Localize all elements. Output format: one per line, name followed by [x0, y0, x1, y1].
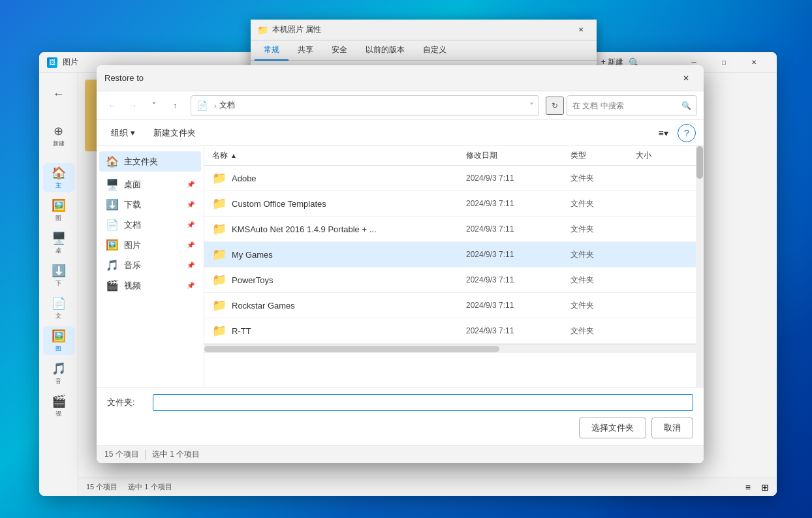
file-type-text: 文件夹 [570, 300, 636, 311]
photos-nav-albums[interactable]: 🖼️ 图 [43, 196, 74, 224]
table-row[interactable]: 📁 Adobe 2024/9/3 7:11 文件夹 [204, 166, 696, 191]
sidebar-item-home[interactable]: 🏠 主文件夹 [99, 151, 201, 172]
photos-maximize-button[interactable]: □ [709, 52, 739, 73]
column-header-name[interactable]: 名称 ▲ [212, 150, 466, 161]
status-items-count: 15 个项目 [104, 449, 139, 460]
file-name-text: My Games [232, 250, 466, 260]
cancel-button[interactable]: 取消 [651, 418, 693, 438]
folder-icon: 📁 [212, 298, 226, 312]
photos-large-view-button[interactable]: ⊞ [761, 482, 769, 493]
new-folder-button[interactable]: 新建文件夹 [146, 125, 204, 142]
nav-up-button[interactable]: ↑ [166, 97, 184, 115]
address-dropdown-arrow[interactable]: ˅ [530, 102, 533, 109]
help-button[interactable]: ? [678, 124, 696, 142]
horizontal-scrollbar[interactable] [204, 344, 696, 353]
properties-title-text: 本机照片 属性 [272, 24, 572, 35]
sort-arrow-icon: ▲ [230, 152, 237, 159]
restore-dialog-title: Restore to [104, 73, 676, 83]
sidebar-music-label: 音乐 [124, 260, 181, 271]
photos-nav-downloads[interactable]: ⬇️ 下 [43, 261, 74, 290]
footer-buttons: 选择文件夹 取消 [107, 418, 693, 438]
nav-back-button[interactable]: ← [103, 97, 121, 115]
sidebar-item-documents[interactable]: 📄 文档 📌 [99, 215, 201, 235]
folder-icon: 📁 [212, 196, 226, 211]
properties-close-button[interactable]: ✕ [572, 21, 590, 39]
desktop-icon: 🖥️ [106, 178, 119, 190]
organize-button[interactable]: 组织 ▾ [104, 125, 142, 142]
file-date-text: 2024/9/3 7:11 [466, 326, 570, 335]
videos-icon: 🎬 [106, 279, 119, 292]
file-name-text: Rockstar Games [232, 301, 466, 311]
dialog-footer: 文件夹: 选择文件夹 取消 [97, 387, 704, 445]
photos-nav-pictures[interactable]: 🖼️ 图 [43, 326, 74, 355]
folder-icon: 📁 [212, 222, 226, 236]
photos-nav-desktop[interactable]: 🖥️ 桌 [43, 228, 74, 257]
photos-status-total: 15 个项目 [86, 482, 117, 492]
videos-pin-icon: 📌 [187, 282, 195, 289]
column-header-size[interactable]: 大小 [636, 150, 688, 161]
folder-icon: 📁 [212, 247, 226, 262]
music-pin-icon: 📌 [187, 262, 195, 269]
nav-refresh-button[interactable]: ↻ [546, 97, 564, 115]
address-bar[interactable]: 📄 › 文档 ˅ [191, 95, 539, 116]
view-mode-icon: ≡ [658, 128, 663, 138]
table-row[interactable]: 📁 Custom Office Templates 2024/9/3 7:11 … [204, 191, 696, 217]
status-bar: 15 个项目 | 选中 1 个项目 [97, 445, 704, 463]
column-header-type[interactable]: 类型 [570, 150, 636, 161]
file-name-text: PowerToys [232, 275, 466, 285]
table-row[interactable]: 📁 My Games 2024/9/3 7:11 文件夹 [204, 242, 696, 267]
sidebar-documents-label: 文档 [124, 219, 181, 231]
photos-nav-documents[interactable]: 📄 文 [43, 294, 74, 322]
documents-icon: 📄 [106, 219, 119, 231]
table-row[interactable]: 📁 R-TT 2024/9/3 7:11 文件夹 [204, 318, 696, 344]
column-header-date[interactable]: 修改日期 [466, 150, 570, 161]
folder-path-row: 文件夹: [107, 394, 693, 411]
photos-status-selected: 选中 1 个项目 [128, 482, 172, 492]
file-date-text: 2024/9/3 7:11 [466, 301, 570, 310]
dialog-content: 🏠 主文件夹 🖥️ 桌面 📌 ⬇️ 下载 📌 📄 文档 📌 🖼️ 图 [97, 146, 704, 387]
photos-nav-add[interactable]: ⊕ 新建 [43, 121, 74, 150]
properties-tab-security[interactable]: 安全 [322, 40, 356, 61]
view-mode-button[interactable]: ≡ ▾ [653, 123, 674, 144]
address-path-text: 文档 [219, 100, 530, 111]
nav-forward-button[interactable]: → [124, 97, 142, 115]
file-date-text: 2024/9/3 7:11 [466, 199, 570, 208]
restore-dialog-close-button[interactable]: ✕ [676, 69, 696, 88]
photos-close-button[interactable]: ✕ [739, 52, 769, 73]
properties-tab-share[interactable]: 共享 [289, 40, 322, 61]
address-separator: › [214, 102, 217, 110]
photos-grid-view-button[interactable]: ≡ [745, 482, 751, 493]
file-name-text: R-TT [232, 326, 466, 336]
photos-nav-back[interactable]: ← [43, 80, 74, 108]
folder-icon: 📁 [212, 273, 226, 287]
sidebar-item-pictures[interactable]: 🖼️ 图片 📌 [99, 235, 201, 255]
select-folder-button[interactable]: 选择文件夹 [579, 418, 646, 438]
properties-tab-previous[interactable]: 以前的版本 [356, 40, 414, 61]
search-input[interactable] [572, 101, 681, 110]
photos-nav-music[interactable]: 🎵 音 [43, 359, 74, 388]
sidebar-item-videos[interactable]: 🎬 视频 📌 [99, 275, 201, 296]
table-row[interactable]: 📁 Rockstar Games 2024/9/3 7:11 文件夹 [204, 293, 696, 318]
table-row[interactable]: 📁 PowerToys 2024/9/3 7:11 文件夹 [204, 267, 696, 293]
restore-dialog-nav-toolbar: ← → ˅ ↑ 📄 › 文档 ˅ ↻ 🔍 [97, 91, 704, 120]
file-type-text: 文件夹 [570, 326, 636, 337]
photos-nav-home[interactable]: 🏠 主 [43, 163, 74, 192]
music-icon: 🎵 [106, 259, 119, 271]
vertical-scrollbar[interactable] [696, 146, 704, 387]
file-date-text: 2024/9/3 7:11 [466, 224, 570, 234]
action-toolbar: 组织 ▾ 新建文件夹 ≡ ▾ ? [97, 120, 704, 146]
search-icon[interactable]: 🔍 [681, 101, 691, 110]
view-mode-arrow: ▾ [664, 128, 668, 138]
sidebar-item-downloads[interactable]: ⬇️ 下载 📌 [99, 194, 201, 215]
properties-tab-custom[interactable]: 自定义 [414, 40, 456, 61]
folder-path-input[interactable] [153, 394, 693, 411]
properties-tab-general[interactable]: 常规 [255, 40, 289, 61]
file-list: 名称 ▲ 修改日期 类型 大小 📁 Adobe 2024/9/3 7:11 文件… [204, 146, 696, 387]
nav-dropdown-button[interactable]: ˅ [145, 97, 163, 115]
file-list-header: 名称 ▲ 修改日期 类型 大小 [204, 146, 696, 166]
file-type-text: 文件夹 [570, 173, 636, 184]
table-row[interactable]: 📁 KMSAuto Net 2016 1.4.9 Portable + ... … [204, 217, 696, 242]
sidebar-item-music[interactable]: 🎵 音乐 📌 [99, 255, 201, 275]
sidebar-item-desktop[interactable]: 🖥️ 桌面 📌 [99, 174, 201, 194]
photos-nav-videos[interactable]: 🎬 视 [43, 391, 74, 420]
